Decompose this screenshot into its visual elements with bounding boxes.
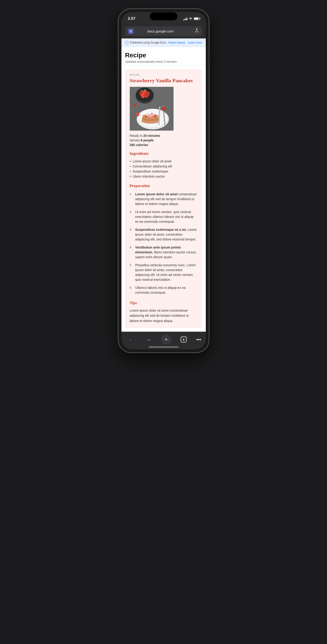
page-title: Recipe <box>125 52 202 59</box>
browser-url[interactable]: docs.google.com <box>133 29 195 33</box>
page-subtitle: Updated automatically every 5 minutes <box>125 60 202 63</box>
svg-point-8 <box>144 92 149 98</box>
dynamic-island <box>150 12 177 20</box>
phone-screen: 2:57 <box>121 12 206 350</box>
ingredients-heading: Ingredients <box>130 151 197 156</box>
list-item: Libero interdum auctor <box>130 174 197 179</box>
list-item: Ullamco laboris nisi ut aliquip ex ea co… <box>130 284 197 296</box>
published-left: i Published using Google Docs <box>125 41 166 44</box>
report-abuse-link[interactable]: Report abuse <box>168 41 185 44</box>
recipe-meta: Ready in 20 minutes Serves 8 people 280 … <box>130 134 197 147</box>
published-bar: i Published using Google Docs Report abu… <box>121 38 206 47</box>
wifi-icon <box>189 17 192 21</box>
browser-bar-inner[interactable]: G T docs.google.com <box>125 26 202 36</box>
browser-left: G T <box>128 29 133 34</box>
browser-bar[interactable]: G T docs.google.com <box>121 24 206 38</box>
back-button[interactable]: ← <box>126 334 136 344</box>
recipe-label: RECIPE <box>130 74 197 76</box>
svg-point-24 <box>156 111 157 112</box>
recipe-card: RECIPE Strawberry Vanilla Pancakes <box>125 69 202 328</box>
share-icon[interactable] <box>195 28 199 34</box>
home-indicator <box>121 346 206 350</box>
tips-text: Lorem ipsum dolor sit amet consectetuer … <box>130 308 197 324</box>
new-tab-button[interactable]: + <box>161 334 171 344</box>
home-bar <box>149 346 179 348</box>
learn-more-link[interactable]: Learn more <box>188 41 202 44</box>
tab-count-badge: 6 <box>181 336 187 342</box>
svg-point-23 <box>145 113 155 117</box>
svg-point-22 <box>133 104 136 107</box>
list-item: Lorem ipsum dolor sit amet <box>130 159 197 164</box>
tips-heading: Tips <box>130 300 197 305</box>
ingredients-list: Lorem ipsum dolor sit ametConsectetuer a… <box>130 159 197 179</box>
recipe-calories: 280 calories <box>130 143 197 147</box>
preparation-list: Lorem ipsum dolor sit amet consectetuer … <box>130 191 197 296</box>
signal-icon <box>183 17 187 20</box>
recipe-image <box>130 87 174 130</box>
list-item: Ut enim ad minim veniam, quis nostrud ex… <box>130 209 197 225</box>
phone-frame: 2:57 <box>119 9 209 352</box>
battery-fill <box>194 18 198 20</box>
status-time: 2:57 <box>128 16 136 21</box>
side-button-vol-down <box>118 63 119 78</box>
forward-button[interactable]: → <box>144 334 154 344</box>
recipe-serves: Serves 8 people <box>130 138 197 142</box>
status-icons <box>183 17 199 21</box>
svg-point-26 <box>147 111 147 111</box>
translate-icon: G T <box>128 29 133 34</box>
tabs-button[interactable]: 6 <box>179 334 189 344</box>
published-text: Published using Google Docs <box>130 41 166 44</box>
page-header: Recipe Updated automatically every 5 min… <box>121 47 206 66</box>
side-button-vol-up <box>118 46 119 60</box>
web-content[interactable]: i Published using Google Docs Report abu… <box>121 38 206 332</box>
svg-point-25 <box>143 113 144 114</box>
battery-icon <box>194 17 199 20</box>
list-item: Suspendisse scelerisque mi a mi. Lorem i… <box>130 226 197 243</box>
side-button-power <box>209 50 209 68</box>
published-links: Report abuse Learn more <box>168 41 202 44</box>
recipe-title: Strawberry Vanilla Pancakes <box>130 78 197 84</box>
list-item: Phasellus vehicula nonummy nunc. Lorem i… <box>130 262 197 283</box>
svg-point-20 <box>162 107 166 111</box>
list-item: Consectetuer adipiscing elit <box>130 164 197 169</box>
bottom-nav: ← → + 6 ••• <box>121 332 206 346</box>
recipe-ready: Ready in 20 minutes <box>130 134 197 138</box>
list-item: Vestibulum ante ipsum primis elementum, … <box>130 244 197 260</box>
info-icon: i <box>125 41 129 44</box>
side-button-mute <box>118 34 119 43</box>
more-button[interactable]: ••• <box>196 337 201 342</box>
list-item: Suspendisse scelerisque <box>130 169 197 174</box>
list-item: Lorem ipsum dolor sit amet consectetuer … <box>130 191 197 207</box>
preparation-heading: Preparation <box>130 184 197 188</box>
svg-point-21 <box>136 113 139 116</box>
